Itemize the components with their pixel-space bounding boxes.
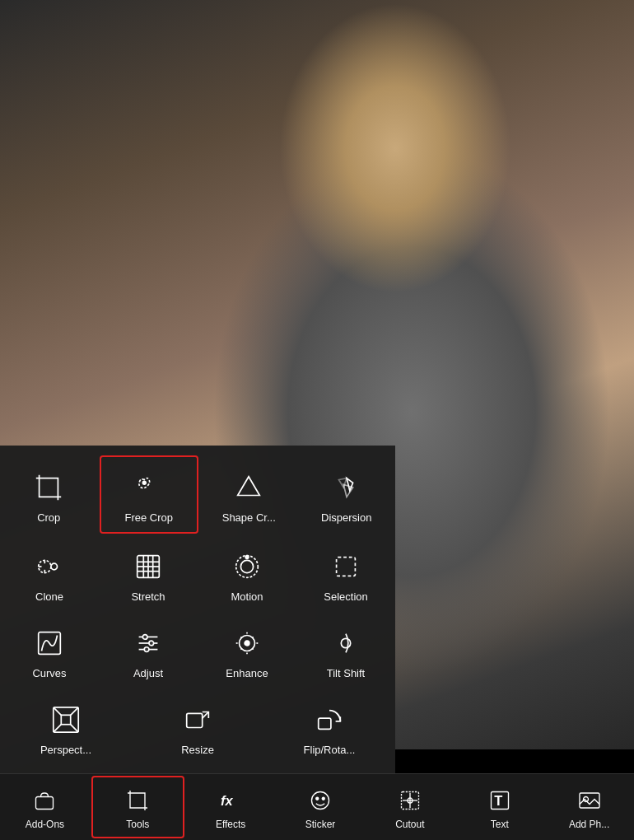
bottom-nav: Add-OnsToolsfxEffectsStickerCutoutTTextA… — [0, 773, 634, 840]
svg-rect-47 — [319, 718, 331, 729]
svg-rect-44 — [61, 715, 70, 724]
nav-label-add-ons: Add-Ons — [26, 819, 64, 830]
tool-item-motion[interactable]: Motion — [198, 535, 296, 612]
svg-line-42 — [54, 725, 62, 733]
grid-row-3: Perspect...ResizeFlip/Rota... — [0, 688, 395, 765]
sticker-icon — [305, 786, 335, 815]
tool-item-resize[interactable]: Resize — [132, 688, 263, 765]
svg-point-6 — [51, 563, 58, 570]
nav-item-add-ons[interactable]: Add-Ons — [0, 774, 90, 840]
svg-point-25 — [142, 635, 147, 640]
svg-line-34 — [252, 637, 253, 637]
svg-point-33 — [245, 641, 249, 646]
fx-icon: fx — [216, 786, 245, 815]
cutout-icon — [395, 786, 425, 815]
tool-item-adjust[interactable]: Adjust — [99, 612, 198, 688]
svg-point-50 — [312, 792, 329, 810]
svg-point-17 — [240, 560, 253, 572]
motion-icon — [228, 548, 266, 586]
curves-icon — [30, 624, 68, 662]
tool-label-clone: Clone — [35, 590, 63, 603]
tool-item-clone[interactable]: Clone — [0, 535, 99, 612]
tools-grid: CropFree CropShape Cr...DispersionCloneS… — [0, 446, 395, 773]
stretch-icon — [129, 548, 167, 586]
nav-label-sticker: Sticker — [305, 819, 336, 830]
tool-item-stretch[interactable]: Stretch — [99, 535, 198, 612]
tool-label-resize: Resize — [181, 744, 214, 756]
grid-row-2: CurvesAdjustEnhanceTilt Shift — [0, 612, 395, 688]
tool-label-flip-rotate: Flip/Rota... — [304, 744, 356, 756]
tool-label-tilt-shift: Tilt Shift — [327, 667, 365, 679]
svg-line-35 — [240, 648, 241, 649]
svg-point-19 — [245, 556, 249, 559]
perspective-icon — [47, 701, 85, 739]
nav-item-add-photo[interactable]: Add Ph... — [544, 774, 634, 840]
svg-text:T: T — [494, 793, 502, 808]
tool-label-free-crop: Free Crop — [124, 511, 173, 524]
tool-label-enhance: Enhance — [226, 667, 268, 679]
adjust-icon — [129, 624, 167, 662]
svg-point-27 — [144, 647, 149, 652]
tool-item-curves[interactable]: Curves — [0, 612, 99, 688]
grid-row-1: CloneStretchMotionSelection — [0, 535, 395, 612]
tool-label-perspective: Perspect... — [40, 744, 91, 756]
enhance-icon — [228, 624, 266, 662]
nav-label-text: Text — [491, 819, 509, 830]
tool-label-dispersion: Dispersion — [321, 511, 371, 524]
tool-label-shape-crop: Shape Cr... — [222, 511, 276, 524]
tool-label-motion: Motion — [231, 590, 263, 603]
svg-line-46 — [203, 712, 209, 719]
add-photo-icon — [575, 786, 604, 815]
tool-item-shape-crop[interactable]: Shape Cr... — [200, 454, 298, 535]
svg-rect-45 — [187, 713, 203, 727]
resize-icon — [179, 701, 217, 739]
nav-item-tools[interactable]: Tools — [91, 776, 184, 838]
nav-label-tools: Tools — [126, 819, 149, 830]
svg-point-26 — [149, 641, 154, 646]
nav-item-effects[interactable]: fxEffects — [186, 774, 276, 840]
tool-item-dispersion[interactable]: Dispersion — [298, 454, 396, 535]
svg-rect-48 — [36, 797, 54, 810]
nav-label-effects: Effects — [216, 819, 245, 830]
tool-item-perspective[interactable]: Perspect... — [0, 688, 132, 765]
svg-point-38 — [341, 638, 350, 647]
clone-icon — [30, 548, 68, 586]
bottom-panel: CropFree CropShape Cr...DispersionCloneS… — [0, 446, 634, 840]
crop-icon — [30, 469, 68, 506]
nav-item-text[interactable]: TText — [455, 774, 544, 840]
tool-item-free-crop[interactable]: Free Crop — [100, 455, 199, 534]
tool-label-stretch: Stretch — [131, 590, 165, 603]
selection-icon — [327, 548, 365, 586]
dispersion-icon — [328, 469, 366, 506]
bag-icon — [30, 786, 59, 815]
svg-line-40 — [54, 707, 62, 716]
flip-rotate-icon — [310, 701, 348, 739]
svg-marker-4 — [338, 478, 347, 488]
tool-label-crop: Crop — [37, 511, 60, 524]
svg-rect-20 — [337, 558, 356, 576]
svg-text:fx: fx — [221, 793, 233, 808]
tool-item-selection[interactable]: Selection — [296, 535, 395, 612]
crop-nav-icon — [123, 786, 152, 815]
tool-item-crop[interactable]: Crop — [0, 454, 98, 535]
free-crop-icon — [130, 469, 168, 506]
tool-item-tilt-shift[interactable]: Tilt Shift — [296, 612, 395, 688]
svg-point-0 — [142, 481, 146, 484]
shape-crop-icon — [230, 469, 268, 506]
tool-item-flip-rotate[interactable]: Flip/Rota... — [263, 688, 395, 765]
nav-item-cutout[interactable]: Cutout — [365, 774, 455, 840]
tool-label-curves: Curves — [32, 667, 66, 679]
svg-point-52 — [322, 797, 324, 800]
svg-marker-1 — [238, 477, 260, 496]
grid-row-0: CropFree CropShape Cr...Dispersion — [0, 454, 395, 535]
nav-item-sticker[interactable]: Sticker — [276, 774, 366, 840]
svg-line-41 — [71, 707, 79, 716]
tilt-shift-icon — [327, 624, 365, 662]
svg-point-51 — [316, 797, 319, 800]
tool-item-enhance[interactable]: Enhance — [198, 612, 296, 688]
tool-label-selection: Selection — [324, 590, 367, 603]
tool-label-adjust: Adjust — [133, 667, 163, 679]
text-icon: T — [485, 786, 515, 815]
svg-line-43 — [71, 725, 79, 733]
nav-label-cutout: Cutout — [395, 819, 424, 830]
